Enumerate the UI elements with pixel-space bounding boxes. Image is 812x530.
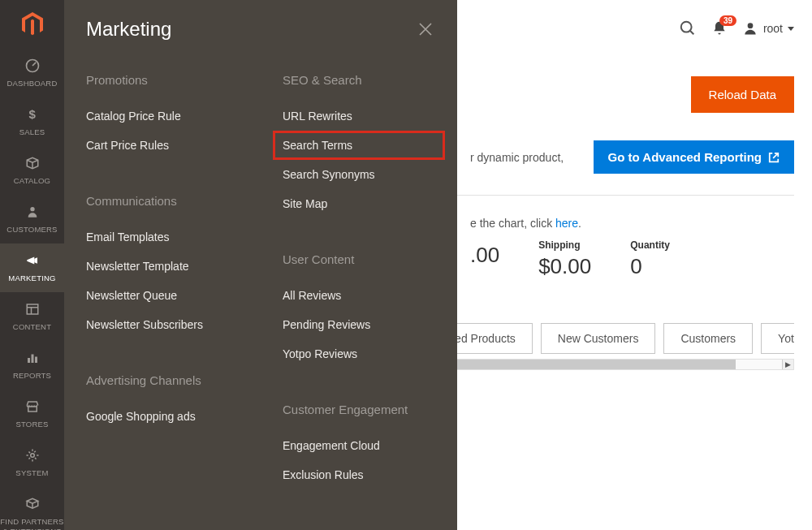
close-icon[interactable] — [418, 22, 433, 37]
admin-sidebar: DASHBOARD $ SALES CATALOG CUSTOMERS MARK… — [0, 0, 64, 530]
link-google-shopping-ads[interactable]: Google Shopping ads — [86, 402, 239, 431]
link-newsletter-queue[interactable]: Newsletter Queue — [86, 281, 239, 310]
group-user-content: User Content — [283, 243, 435, 281]
store-icon — [24, 398, 41, 416]
chart-note-post: . — [578, 217, 581, 230]
nav-label: MARKETING — [8, 274, 55, 282]
external-link-icon — [768, 152, 780, 163]
nav-marketing[interactable]: MARKETING — [0, 243, 64, 292]
link-url-rewrites[interactable]: URL Rewrites — [283, 101, 435, 131]
link-all-reviews[interactable]: All Reviews — [283, 281, 435, 310]
link-newsletter-template[interactable]: Newsletter Template — [86, 252, 239, 281]
adv-btn-label: Go to Advanced Reporting — [608, 150, 762, 164]
nav-label: CUSTOMERS — [6, 225, 57, 234]
nav-label: SALES — [19, 127, 45, 136]
svg-point-9 — [748, 23, 754, 28]
advanced-reporting-button[interactable]: Go to Advanced Reporting — [594, 140, 794, 174]
nav-reports[interactable]: REPORTS — [0, 341, 64, 390]
stat-block: Quantity 0 — [630, 239, 670, 279]
search-icon[interactable] — [679, 19, 697, 37]
megaphone-icon — [24, 252, 41, 269]
nav-label: FIND PARTNERS — [0, 517, 63, 527]
bars-icon — [24, 349, 41, 367]
nav-find-partners[interactable]: FIND PARTNERS & EXTENSIONS — [0, 487, 64, 530]
link-newsletter-subscribers[interactable]: Newsletter Subscribers — [86, 310, 239, 339]
svg-point-2 — [30, 207, 34, 211]
nav-label-line2: & EXTENSIONS — [2, 527, 62, 530]
nav-content[interactable]: CONTENT — [0, 292, 64, 341]
stat-block: .00 — [470, 239, 499, 279]
svg-rect-3 — [27, 304, 38, 314]
group-communications: Communications — [86, 184, 239, 222]
nav-label: REPORTS — [13, 371, 51, 380]
stat-value: $0.00 — [538, 254, 591, 279]
nav-label: CONTENT — [13, 322, 51, 331]
stats-row: .00 Shipping $0.00 Quantity 0 — [470, 239, 794, 279]
svg-rect-5 — [31, 355, 33, 364]
link-pending-reviews[interactable]: Pending Reviews — [283, 310, 435, 339]
gear-icon — [24, 446, 41, 464]
nav-label: CATALOG — [14, 176, 50, 185]
dollar-icon: $ — [24, 106, 41, 123]
svg-point-8 — [681, 22, 692, 32]
group-customer-engagement: Customer Engagement — [283, 393, 435, 431]
link-search-synonyms[interactable]: Search Synonyms — [283, 160, 435, 189]
stat-label: Quantity — [630, 239, 670, 251]
group-seo-search: SEO & Search — [283, 63, 435, 101]
reload-data-button[interactable]: Reload Data — [691, 76, 794, 113]
dashboard-tabs: wed Products New Customers Customers Yot… — [430, 323, 794, 354]
group-promotions: Promotions — [86, 63, 239, 101]
chevron-down-icon — [788, 27, 794, 31]
notifications-badge: 39 — [719, 15, 736, 26]
svg-text:$: $ — [28, 107, 36, 121]
nav-label: SYSTEM — [15, 468, 48, 477]
nav-system[interactable]: SYSTEM — [0, 438, 64, 487]
stat-value: 0 — [630, 254, 670, 279]
flyout-col-1: Promotions Catalog Price Rule Cart Price… — [64, 63, 261, 489]
scroll-right-arrow[interactable]: ▶ — [782, 360, 793, 369]
chart-note-link[interactable]: here — [555, 217, 578, 230]
tab-new-customers[interactable]: New Customers — [541, 323, 656, 354]
user-menu[interactable]: root — [742, 20, 794, 37]
flyout-col-2: SEO & Search URL Rewrites Search Terms S… — [261, 63, 457, 489]
svg-rect-4 — [28, 358, 30, 363]
layout-icon — [24, 300, 41, 318]
chart-note-pre: e the chart, click — [470, 217, 555, 230]
link-search-terms[interactable]: Search Terms — [273, 131, 445, 160]
link-catalog-price-rule[interactable]: Catalog Price Rule — [86, 101, 239, 131]
tab-yotpo[interactable]: Yotp — [761, 323, 794, 354]
nav-catalog[interactable]: CATALOG — [0, 146, 64, 195]
magento-logo[interactable] — [0, 0, 64, 49]
puzzle-icon — [24, 495, 41, 513]
user-icon — [742, 20, 758, 37]
nav-dashboard[interactable]: DASHBOARD — [0, 49, 64, 97]
marketing-flyout: Marketing Promotions Catalog Price Rule … — [64, 0, 457, 530]
stat-label: Shipping — [538, 239, 591, 251]
flyout-title: Marketing — [86, 18, 171, 41]
user-name: root — [763, 22, 783, 35]
adv-reporting-text: r dynamic product, — [470, 151, 564, 164]
notifications-button[interactable]: 39 — [711, 20, 728, 37]
link-cart-price-rules[interactable]: Cart Price Rules — [86, 131, 239, 160]
group-advertising: Advertising Channels — [86, 364, 239, 402]
stat-value: .00 — [470, 243, 499, 268]
box-icon — [24, 154, 41, 172]
tab-customers[interactable]: Customers — [663, 323, 753, 354]
nav-label: STORES — [15, 420, 48, 429]
link-engagement-cloud[interactable]: Engagement Cloud — [283, 431, 435, 460]
dashboard-icon — [24, 57, 41, 75]
svg-rect-6 — [35, 357, 37, 364]
link-yotpo-reviews[interactable]: Yotpo Reviews — [283, 339, 435, 368]
nav-stores[interactable]: STORES — [0, 390, 64, 438]
stat-block: Shipping $0.00 — [538, 239, 591, 279]
link-site-map[interactable]: Site Map — [283, 189, 435, 218]
nav-customers[interactable]: CUSTOMERS — [0, 195, 64, 243]
nav-sales[interactable]: $ SALES — [0, 97, 64, 146]
link-exclusion-rules[interactable]: Exclusion Rules — [283, 460, 435, 489]
svg-point-7 — [30, 454, 34, 458]
nav-label: DASHBOARD — [7, 79, 58, 88]
person-icon — [24, 203, 41, 221]
link-email-templates[interactable]: Email Templates — [86, 222, 239, 252]
